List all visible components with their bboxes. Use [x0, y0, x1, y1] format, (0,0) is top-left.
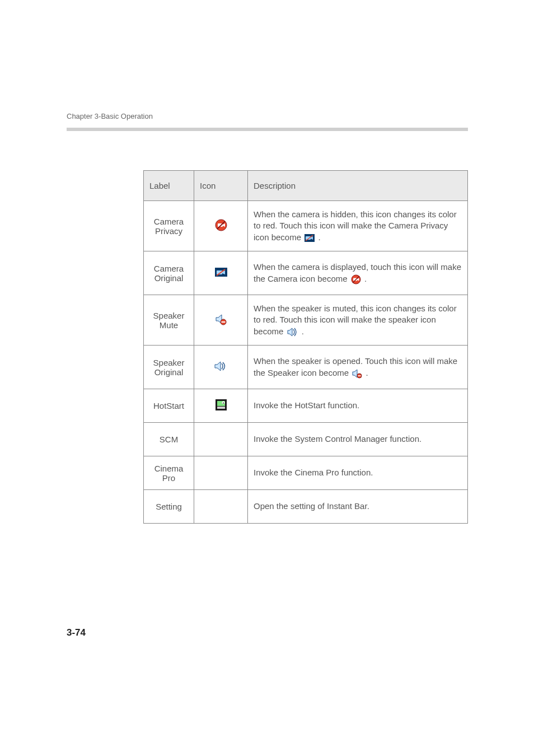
row-description: Open the setting of Instant Bar. — [248, 490, 468, 524]
icon-speaker-mute — [194, 295, 248, 346]
desc-text-suffix: . — [364, 274, 367, 283]
desc-text-suffix: . — [318, 232, 320, 242]
svg-rect-15 — [358, 375, 361, 376]
icon-hotstart: A — [194, 389, 248, 423]
camera-original-icon — [215, 268, 227, 277]
speaker-original-icon — [287, 328, 298, 337]
table-row: Camera Privacy When the camera is hidden… — [144, 201, 468, 251]
row-label: Speaker Mute — [144, 295, 194, 346]
hotstart-icon: A — [216, 399, 227, 410]
table-row: Speaker Mute When the speaker is muted, … — [144, 295, 468, 346]
desc-text: When the camera is hidden, this icon cha… — [254, 209, 457, 242]
row-description: Invoke the Cinema Pro function. — [248, 456, 468, 490]
row-description: When the camera is displayed, touch this… — [248, 251, 468, 295]
table-row: Setting Open the setting of Instant Bar. — [144, 490, 468, 524]
desc-text-suffix: . — [366, 368, 368, 377]
speaker-original-icon — [214, 361, 228, 371]
row-label: Camera Privacy — [144, 201, 194, 251]
row-label: Setting — [144, 490, 194, 524]
col-header-label: Label — [144, 171, 194, 201]
row-label: Cinema Pro — [144, 456, 194, 490]
table-row: HotStart A Invoke the HotStart function. — [144, 389, 468, 423]
row-label: Speaker Original — [144, 346, 194, 389]
row-label: HotStart — [144, 389, 194, 423]
desc-text-suffix: . — [302, 326, 304, 336]
page-number: 3-74 — [67, 627, 86, 638]
header-rule — [67, 128, 468, 131]
row-label: Camera Original — [144, 251, 194, 295]
icon-reference-table: Label Icon Description Camera Privacy W — [143, 170, 468, 524]
svg-text:A: A — [222, 402, 224, 404]
speaker-mute-red-icon — [215, 313, 227, 325]
camera-privacy-red-icon — [215, 219, 227, 231]
icon-speaker-original — [194, 346, 248, 389]
camera-privacy-red-icon — [351, 274, 361, 284]
icon-scm — [194, 423, 248, 456]
table-row: Speaker Original When the speaker is ope… — [144, 346, 468, 389]
col-header-icon: Icon — [194, 171, 248, 201]
row-description: When the speaker is opened. Touch this i… — [248, 346, 468, 389]
row-description: Invoke the System Control Manager functi… — [248, 423, 468, 456]
table-row: SCM Invoke the System Control Manager fu… — [144, 423, 468, 456]
row-description: Invoke the HotStart function. — [248, 389, 468, 423]
desc-text: When the speaker is muted, this icon cha… — [254, 304, 457, 336]
icon-camera-privacy — [194, 201, 248, 251]
speaker-mute-red-icon — [352, 368, 362, 379]
icon-camera-original — [194, 251, 248, 295]
row-label: SCM — [144, 423, 194, 456]
svg-rect-18 — [217, 407, 225, 409]
row-description: When the camera is hidden, this icon cha… — [248, 201, 468, 251]
camera-original-icon — [305, 234, 315, 242]
col-header-description: Description — [248, 171, 468, 201]
icon-setting — [194, 490, 248, 524]
running-head-chapter: Chapter 3-Basic Operation — [67, 112, 153, 120]
table-row: Camera Original When the camera is displ… — [144, 251, 468, 295]
svg-rect-13 — [221, 321, 225, 323]
table-row: Cinema Pro Invoke the Cinema Pro functio… — [144, 456, 468, 490]
icon-cinema-pro — [194, 456, 248, 490]
row-description: When the speaker is muted, this icon cha… — [248, 295, 468, 346]
